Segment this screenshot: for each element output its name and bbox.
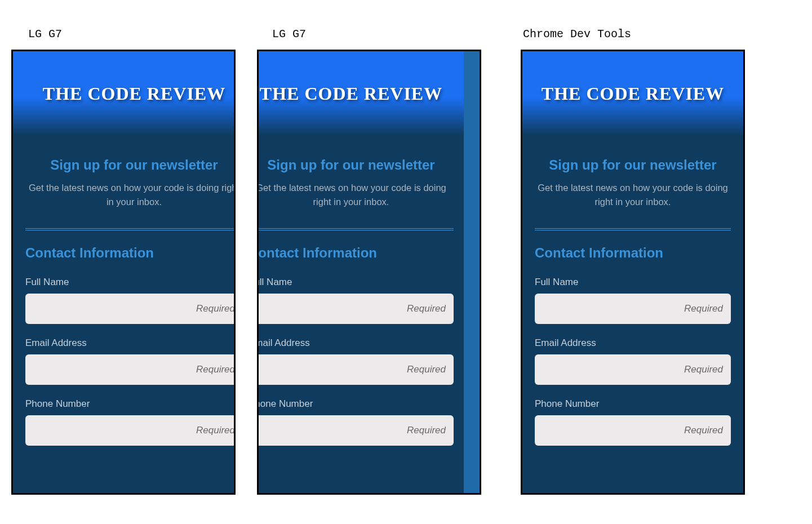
- signup-heading: Sign up for our newsletter: [25, 157, 236, 173]
- field-phone: Phone Number: [257, 398, 454, 446]
- signup-heading: Sign up for our newsletter: [535, 157, 731, 173]
- section-divider: [25, 228, 236, 230]
- email-label: Email Address: [535, 338, 731, 349]
- site-title: THE CODE REVIEW: [260, 83, 442, 104]
- field-phone: Phone Number: [535, 398, 731, 446]
- hero-banner: THE CODE REVIEW: [13, 51, 236, 136]
- phone-input[interactable]: [535, 415, 731, 446]
- content-area: Sign up for our newsletter Get the lates…: [257, 136, 466, 446]
- email-input[interactable]: [257, 354, 454, 385]
- full-name-label: Full Name: [257, 277, 454, 288]
- caption-line: LG G7: [28, 28, 62, 41]
- section-divider: [535, 228, 731, 230]
- contact-info-heading: Contact Information: [257, 245, 454, 261]
- signup-subtitle: Get the latest news on how your code is …: [257, 181, 454, 209]
- caption-line: Chrome Dev Tools: [523, 28, 631, 41]
- site-title: THE CODE REVIEW: [43, 83, 225, 104]
- full-name-input[interactable]: [535, 294, 731, 324]
- full-name-label: Full Name: [25, 277, 236, 288]
- email-input[interactable]: [535, 354, 731, 385]
- content-area: Sign up for our newsletter Get the lates…: [13, 136, 236, 446]
- device-frame-chrome: THE CODE REVIEW Sign up for our newslett…: [257, 50, 481, 495]
- field-email: Email Address: [535, 338, 731, 385]
- full-name-input[interactable]: [257, 294, 454, 324]
- contact-info-heading: Contact Information: [25, 245, 236, 261]
- hero-banner: THE CODE REVIEW: [522, 51, 743, 136]
- contact-info-heading: Contact Information: [535, 245, 731, 261]
- phone-input[interactable]: [25, 415, 236, 446]
- field-email: Email Address: [257, 338, 454, 385]
- section-divider: [257, 228, 454, 230]
- site-title: THE CODE REVIEW: [542, 83, 724, 104]
- signup-heading: Sign up for our newsletter: [257, 157, 454, 173]
- device-frame-devtools: THE CODE REVIEW Sign up for our newslett…: [521, 50, 745, 495]
- field-full-name: Full Name: [25, 277, 236, 324]
- email-label: Email Address: [257, 338, 454, 349]
- signup-subtitle: Get the latest news on how your code is …: [535, 181, 731, 209]
- field-full-name: Full Name: [257, 277, 454, 324]
- hero-banner: THE CODE REVIEW: [257, 51, 466, 136]
- signup-subtitle: Get the latest news on how your code is …: [25, 181, 236, 209]
- full-name-input[interactable]: [25, 294, 236, 324]
- email-label: Email Address: [25, 338, 236, 349]
- phone-input[interactable]: [257, 415, 454, 446]
- caption-line: LG G7: [272, 28, 306, 41]
- phone-label: Phone Number: [535, 398, 731, 410]
- page-viewport: THE CODE REVIEW Sign up for our newslett…: [13, 51, 236, 493]
- overflow-gutter: [464, 51, 480, 493]
- field-phone: Phone Number: [25, 398, 236, 446]
- field-email: Email Address: [25, 338, 236, 385]
- email-input[interactable]: [25, 354, 236, 385]
- phone-label: Phone Number: [257, 398, 454, 410]
- content-area: Sign up for our newsletter Get the lates…: [522, 136, 743, 446]
- page-viewport: THE CODE REVIEW Sign up for our newslett…: [257, 51, 466, 493]
- field-full-name: Full Name: [535, 277, 731, 324]
- device-frame-edge: THE CODE REVIEW Sign up for our newslett…: [11, 50, 236, 495]
- page-viewport: THE CODE REVIEW Sign up for our newslett…: [522, 51, 743, 493]
- phone-label: Phone Number: [25, 398, 236, 410]
- full-name-label: Full Name: [535, 277, 731, 288]
